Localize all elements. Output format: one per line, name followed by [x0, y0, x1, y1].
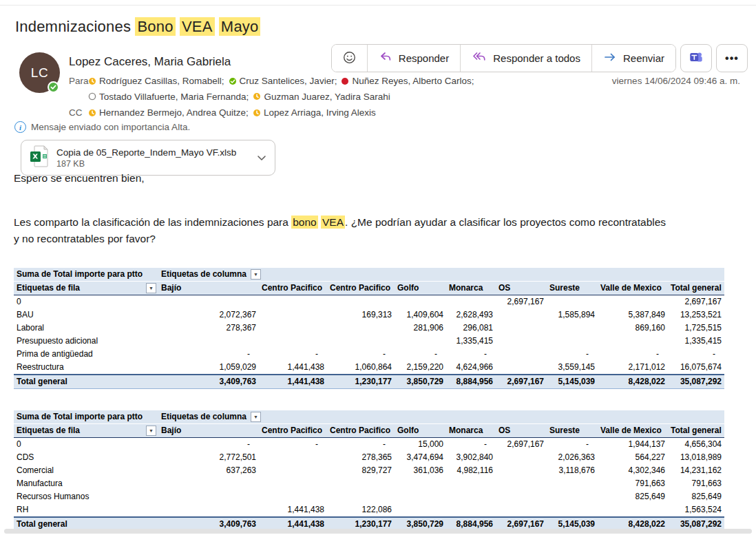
pivot-row-field-label: Etiquetas de fila▼: [14, 282, 158, 295]
pivot-table-2: Suma de Total importe para pttoEtiquetas…: [14, 410, 724, 532]
horizontal-scrollbar[interactable]: [4, 529, 752, 534]
reply-button[interactable]: Responder: [367, 45, 460, 72]
row-filter-dropdown[interactable]: ▼: [146, 283, 156, 293]
pivot-data-row: Recursos Humanos825,649825,649: [14, 490, 724, 503]
reply-all-button[interactable]: Responder a todos: [460, 45, 591, 72]
recipient[interactable]: Cruz Santelices, Javier;: [229, 74, 337, 88]
pivot-value-cell: [496, 477, 547, 490]
pivot-value-cell: [598, 335, 668, 348]
pivot-value-cell: 4,982,116: [446, 464, 496, 477]
pivot-value-cell: 296,081: [446, 322, 496, 335]
pivot-header-spacer: [598, 410, 668, 424]
pivot-value-cell: [327, 322, 395, 335]
recipient[interactable]: Tostado Villafuerte, Maria Fernanda;: [88, 90, 249, 104]
pivot-value-cell: -: [668, 348, 724, 361]
pivot-value-cell: [259, 322, 327, 335]
reply-all-arrow-icon: [472, 51, 487, 65]
pivot-total-value: 3,850,729: [395, 375, 446, 389]
pivot-value-cell: -: [547, 438, 598, 452]
pivot-column-header: Centro Pacifico: [327, 424, 395, 438]
forward-arrow-icon: [603, 52, 617, 65]
pivot-value-cell: -: [395, 348, 446, 361]
attachment-card[interactable]: Copia de 05_Reporte_Indem_Mayo VF.xlsb 1…: [21, 140, 275, 176]
pivot-value-cell: 4,302,346: [598, 464, 668, 477]
body-greeting: Espero se encuentren bien,: [14, 172, 145, 185]
recipient[interactable]: Nuñez Reyes, Alberto Carlos;: [341, 74, 474, 88]
pivot-value-cell: [496, 503, 547, 517]
pivot-header-spacer: [496, 410, 547, 424]
recipient[interactable]: Hernandez Bermejo, Andrea Quitze;: [88, 105, 249, 120]
pivot-row-label: Laboral: [14, 322, 158, 335]
pivot-value-cell: [259, 477, 327, 490]
pivot-data-row: BAU2,072,367169,3131,409,6042,628,4931,5…: [14, 308, 724, 322]
pivot-value-cell: [496, 335, 547, 348]
pivot-value-cell: [327, 295, 395, 309]
pivot-value-cell: 2,772,501: [158, 451, 259, 464]
pivot-header-spacer: [496, 268, 547, 282]
excel-file-icon: [30, 145, 48, 170]
pivot-value-cell: [158, 503, 259, 517]
pivot-row-label: Reestructura: [14, 361, 158, 375]
more-actions-button[interactable]: •••: [716, 44, 748, 72]
presence-away-icon: [253, 109, 261, 117]
attachment-dropdown-chevron-icon[interactable]: [257, 151, 266, 164]
pivot-data-row: Presupuesto adicional1,335,4151,335,415: [14, 335, 724, 348]
pivot-value-cell: -: [598, 348, 668, 361]
pivot-row-label: RH: [14, 503, 158, 517]
pivot-value-cell: 1,725,515: [668, 322, 724, 335]
pivot-value-cell: [158, 490, 259, 503]
pivot-row-label: Prima de antigüedad: [14, 348, 158, 361]
column-filter-dropdown[interactable]: ▼: [251, 269, 261, 280]
pivot-total-value: 1,441,438: [259, 375, 327, 389]
reply-arrow-icon: [379, 51, 392, 65]
recipient[interactable]: Rodríguez Casillas, Romabell;: [88, 74, 224, 88]
pivot-value-cell: 791,663: [668, 477, 724, 490]
pivot-value-cell: [547, 490, 598, 503]
recipient-name: Hernandez Bermejo, Andrea Quitze;: [99, 105, 249, 120]
ellipsis-icon: •••: [725, 52, 739, 65]
forward-button[interactable]: Reenviar: [591, 45, 675, 72]
pivot-value-cell: 2,628,493: [446, 308, 496, 322]
pivot-value-cell: [496, 464, 547, 477]
pivot-corner-label: Suma de Total importe para ptto: [14, 410, 158, 424]
pivot-value-cell: 869,160: [598, 322, 668, 335]
presence-away-icon: [253, 92, 261, 101]
pivot-header-spacer: [395, 410, 446, 424]
pivot-value-cell: -: [158, 438, 259, 452]
pivot-column-header: Sureste: [547, 282, 598, 295]
teams-icon: [689, 50, 704, 67]
pivot-value-cell: 3,902,840: [446, 451, 496, 464]
highlighted-text: Mayo: [219, 17, 261, 36]
pivot-value-cell: -: [327, 438, 395, 452]
info-icon: i: [14, 121, 26, 133]
pivot-total-value: 3,409,763: [158, 375, 259, 389]
pivot-value-cell: [395, 335, 446, 348]
body-paragraph: Les comparto la clasificación de las ind…: [14, 214, 754, 247]
pivot-value-cell: 1,060,864: [327, 361, 395, 375]
pivot-row-label: 0: [14, 438, 158, 452]
pivot-value-cell: [446, 295, 496, 309]
pivot-value-cell: 2,072,367: [158, 308, 259, 322]
pivot-column-header: Golfo: [395, 424, 446, 438]
pivot-data-row: Prima de antigüedad--------: [14, 348, 724, 361]
presence-away-icon: [88, 109, 96, 117]
pivot-row-label: CDS: [14, 451, 158, 464]
pivot-value-cell: 1,585,894: [547, 308, 598, 322]
share-to-teams-button[interactable]: [680, 44, 712, 72]
sender-name[interactable]: Lopez Caceres, Maria Gabriela: [69, 55, 231, 69]
recipient[interactable]: Lopez Arriaga, Irving Alexis: [253, 105, 376, 120]
recipient[interactable]: Guzman Juarez, Yadira Sarahi: [253, 90, 390, 104]
pivot-value-cell: 637,263: [158, 464, 259, 477]
pivot-value-cell: [496, 308, 547, 322]
pivot-column-header: Monarca: [446, 282, 496, 295]
pivot-value-cell: [327, 477, 395, 490]
pivot-row-label: Comercial: [14, 464, 158, 477]
cc-label: CC: [69, 105, 88, 121]
row-filter-dropdown[interactable]: ▼: [146, 426, 156, 436]
to-recipients-line1: Rodríguez Casillas, Romabell;Cruz Santel…: [88, 74, 478, 90]
pivot-value-cell: [259, 490, 327, 503]
pivot-table-1: Suma de Total importe para pttoEtiquetas…: [14, 268, 724, 389]
reactions-button[interactable]: [332, 45, 367, 72]
column-filter-dropdown[interactable]: ▼: [251, 412, 261, 422]
pivot-data-row: Reestructura1,059,0291,441,4381,060,8642…: [14, 361, 724, 375]
